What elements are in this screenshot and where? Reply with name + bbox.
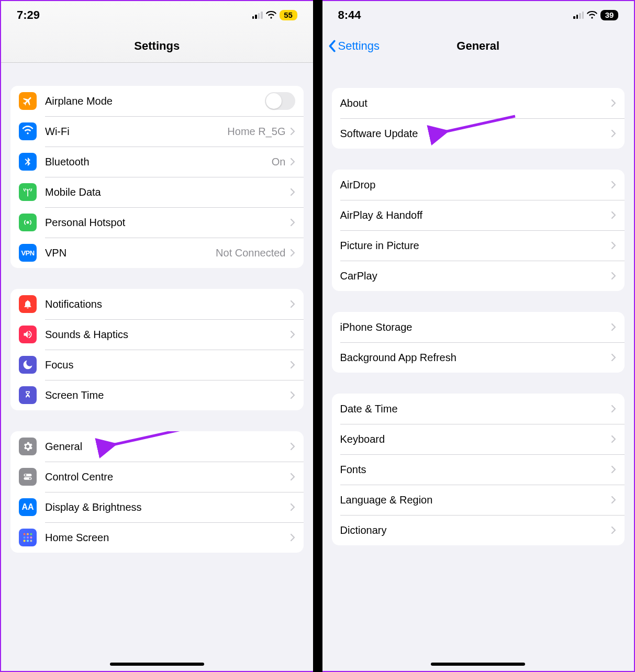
back-button[interactable]: Settings [328, 39, 380, 53]
row-vpn[interactable]: VPNVPNNot Connected [10, 238, 304, 268]
row-home[interactable]: Home Screen [10, 522, 304, 553]
settings-group: GeneralControl CentreAADisplay & Brightn… [10, 431, 304, 553]
row-detail: Home R_5G [227, 126, 285, 138]
row-label: Mobile Data [45, 186, 101, 198]
row-label: Focus [45, 359, 73, 371]
row-label: Display & Brightness [45, 501, 142, 513]
row-lang[interactable]: Language & Region [332, 485, 625, 515]
home-indicator[interactable] [431, 663, 525, 666]
chevron-right-icon [611, 353, 616, 362]
row-about[interactable]: About [332, 88, 625, 118]
status-time: 8:44 [338, 8, 361, 22]
row-carplay[interactable]: CarPlay [332, 261, 625, 291]
row-storage[interactable]: iPhone Storage [332, 312, 625, 342]
svg-rect-6 [27, 533, 29, 535]
row-airplay[interactable]: AirPlay & Handoff [332, 200, 625, 230]
signal-icon [573, 12, 584, 19]
nav-bar: Settings General [322, 29, 634, 63]
row-screentime[interactable]: Screen Time [10, 380, 304, 410]
chevron-right-icon [290, 188, 295, 196]
vpn-icon: VPN [19, 244, 37, 262]
row-general[interactable]: General [10, 431, 304, 462]
chevron-right-icon [290, 473, 295, 481]
row-keyboard[interactable]: Keyboard [332, 424, 625, 454]
bell-icon [19, 295, 37, 313]
row-label: Wi-Fi [45, 126, 70, 138]
toggle-switch[interactable] [265, 92, 295, 110]
top-area: 7:29 55 Settings [1, 1, 313, 63]
row-label: AirDrop [340, 179, 376, 191]
row-mobile[interactable]: Mobile Data [10, 177, 304, 207]
svg-rect-13 [30, 540, 32, 542]
chevron-right-icon [290, 300, 295, 308]
row-label: iPhone Storage [340, 321, 413, 333]
row-label: Software Update [340, 128, 418, 140]
row-label: General [45, 441, 82, 453]
row-control[interactable]: Control Centre [10, 462, 304, 492]
row-pip[interactable]: Picture in Picture [332, 230, 625, 261]
wifi-status-icon [266, 11, 276, 19]
moon-icon [19, 356, 37, 374]
row-label: Bluetooth [45, 156, 90, 168]
status-bar: 7:29 55 [1, 1, 313, 29]
status-time: 7:29 [17, 8, 40, 22]
row-swupdate[interactable]: Software Update [332, 118, 625, 149]
chevron-right-icon [611, 99, 616, 107]
status-bar: 8:44 39 [322, 1, 634, 29]
chevron-right-icon [290, 330, 295, 339]
home-indicator[interactable] [110, 663, 204, 666]
row-label: Fonts [340, 464, 366, 476]
row-focus[interactable]: Focus [10, 350, 304, 380]
general-screen: 8:44 39 Settings General AboutSoftware U… [322, 0, 636, 672]
chevron-right-icon [611, 526, 616, 534]
svg-point-4 [29, 478, 31, 479]
chevron-right-icon [611, 241, 616, 250]
hourglass-icon [19, 386, 37, 404]
wifi-status-icon [587, 11, 597, 19]
back-label: Settings [338, 39, 380, 53]
row-hotspot[interactable]: Personal Hotspot [10, 207, 304, 238]
chevron-right-icon [611, 211, 616, 219]
row-wifi[interactable]: Wi-FiHome R_5G [10, 116, 304, 147]
row-label: Notifications [45, 298, 102, 310]
row-notifications[interactable]: Notifications [10, 289, 304, 319]
settings-group: Airplane ModeWi-FiHome R_5GBluetoothOnMo… [10, 86, 304, 268]
svg-rect-11 [24, 540, 26, 542]
grid-icon [19, 529, 37, 546]
chevron-right-icon [611, 405, 616, 413]
row-label: About [340, 97, 367, 109]
chevron-right-icon [611, 465, 616, 474]
row-dict[interactable]: Dictionary [332, 515, 625, 545]
settings-group: AboutSoftware Update [332, 88, 625, 149]
nav-bar: Settings [1, 29, 313, 63]
row-detail: On [272, 156, 286, 168]
row-datetime[interactable]: Date & Time [332, 394, 625, 424]
row-label: Personal Hotspot [45, 217, 125, 229]
row-sounds[interactable]: Sounds & Haptics [10, 319, 304, 350]
svg-rect-10 [30, 536, 32, 539]
chevron-right-icon [611, 435, 616, 443]
row-airplane[interactable]: Airplane Mode [10, 86, 304, 116]
row-refresh[interactable]: Background App Refresh [332, 342, 625, 373]
svg-rect-5 [24, 533, 26, 535]
row-label: Control Centre [45, 471, 113, 483]
row-display[interactable]: AADisplay & Brightness [10, 492, 304, 522]
row-label: Dictionary [340, 524, 387, 536]
row-label: Sounds & Haptics [45, 329, 128, 341]
row-bluetooth[interactable]: BluetoothOn [10, 147, 304, 177]
row-fonts[interactable]: Fonts [332, 454, 625, 485]
chevron-right-icon [611, 272, 616, 280]
row-airdrop[interactable]: AirDrop [332, 170, 625, 200]
settings-list[interactable]: Airplane ModeWi-FiHome R_5GBluetoothOnMo… [1, 63, 313, 671]
chevron-left-icon [328, 40, 336, 52]
svg-rect-9 [27, 536, 29, 539]
row-label: Language & Region [340, 494, 433, 506]
chevron-right-icon [290, 391, 295, 399]
chevron-right-icon [290, 503, 295, 511]
chevron-right-icon [290, 127, 295, 136]
svg-point-2 [25, 474, 26, 476]
settings-group: AirDropAirPlay & HandoffPicture in Pictu… [332, 170, 625, 291]
general-list[interactable]: AboutSoftware UpdateAirDropAirPlay & Han… [322, 63, 634, 671]
row-detail: Not Connected [216, 247, 285, 259]
chevron-right-icon [290, 442, 295, 451]
